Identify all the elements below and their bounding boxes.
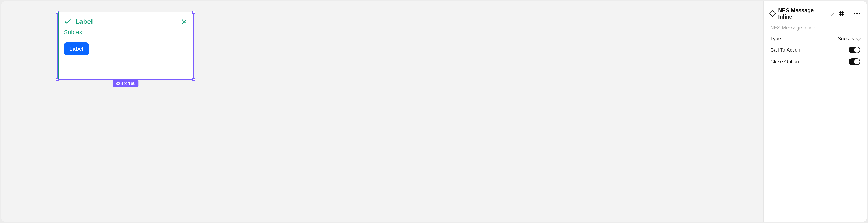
selection-frame[interactable]: 328 × 160 Label Subtext Label [57,12,194,80]
toggle-close-option[interactable] [848,58,860,65]
type-value-text: Succes [838,36,854,41]
cta-button[interactable]: Label [64,43,89,55]
message-title: Label [75,18,93,26]
prop-row-cta: Call To Action: [770,47,860,53]
message-subtext: Subtext [64,29,187,36]
selection-dimensions-badge: 328 × 160 [113,80,138,87]
chevron-down-icon[interactable] [830,11,834,16]
variants-icon[interactable] [840,11,844,16]
workspace: 328 × 160 Label Subtext Label NES Messag… [1,1,867,222]
prop-label-cta: Call To Action: [770,47,802,53]
message-inline-component[interactable]: Label Subtext Label [58,12,193,79]
inspector-title[interactable]: NES Message Inline [778,7,826,20]
checkmark-icon [64,18,71,26]
inspector-panel: NES Message Inline NES Message Inline Ty… [763,1,867,222]
prop-row-type: Type: Succes [770,36,860,41]
prop-row-close: Close Option: [770,58,860,65]
message-header-row: Label [64,18,187,26]
inspector-subtitle: NES Message Inline [770,25,860,31]
close-icon[interactable] [181,19,187,25]
prop-value-type[interactable]: Succes [838,36,860,41]
component-icon [769,10,776,17]
inspector-header: NES Message Inline [770,7,860,20]
prop-label-type: Type: [770,36,782,41]
toggle-call-to-action[interactable] [848,47,860,53]
more-icon[interactable] [854,13,860,14]
design-canvas[interactable]: 328 × 160 Label Subtext Label [1,1,763,222]
prop-label-close: Close Option: [770,59,800,65]
chevron-down-icon [857,36,861,41]
